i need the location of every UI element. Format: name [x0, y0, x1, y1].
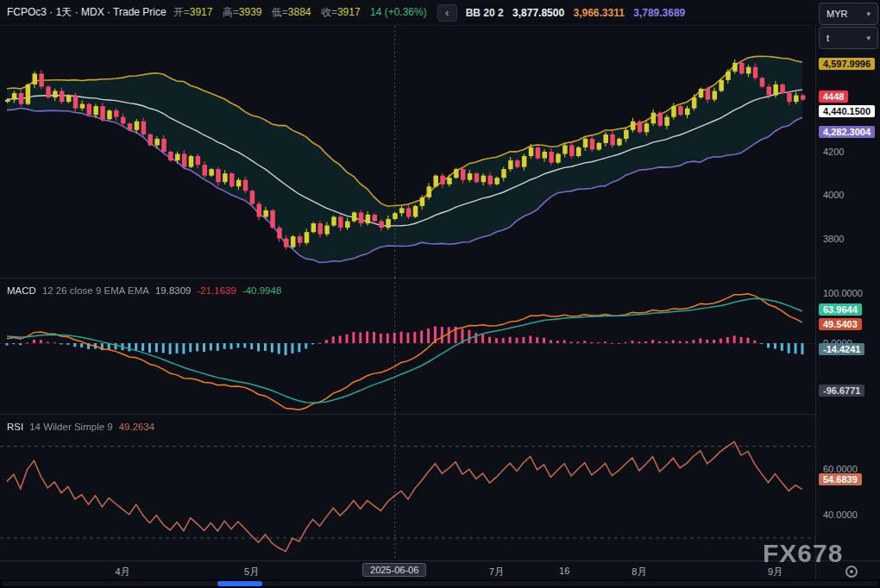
low-label: 低= [272, 6, 288, 18]
rsi-pane: RSI 14 Wilder Simple 9 49.2634 [0, 414, 815, 560]
horizontal-scrollbar [0, 579, 880, 588]
price-badge: 4,597.9996 [819, 58, 875, 70]
trading-chart-app: FCPOc3 · 1天 · MDX · Trade Price 开=3917 高… [0, 0, 880, 588]
macd-pane: MACD 12 26 close 9 EMA EMA 19.8309 -21.1… [0, 278, 815, 414]
rsi-legend: RSI 14 Wilder Simple 9 49.2634 [7, 422, 154, 432]
scrollbar-track[interactable] [2, 581, 878, 586]
rsi-params: 14 Wilder Simple 9 [29, 422, 113, 432]
price-axis-tick: 3800 [823, 234, 844, 244]
time-axis-label: 16 [559, 566, 569, 576]
watermark-circle-icon [845, 566, 858, 578]
collapse-legend-button[interactable]: ‹ [437, 4, 457, 22]
high-label: 高= [223, 6, 239, 18]
macd-legend: MACD 12 26 close 9 EMA EMA 19.8309 -21.1… [7, 285, 281, 296]
crosshair-date-badge: 2025-06-06 [362, 563, 426, 577]
chart-header: FCPOc3 · 1天 · MDX · Trade Price 开=3917 高… [0, 0, 880, 26]
bollinger-lower-value: 3,789.3689 [633, 7, 685, 19]
macd-axis-tick: 100.0000 [823, 288, 863, 298]
open-label: 开= [173, 6, 190, 18]
bollinger-label: BB 20 2 [466, 7, 504, 19]
low-value: 3884 [288, 6, 311, 18]
time-axis-label: 5月 [244, 566, 259, 579]
time-axis-label: 4月 [115, 566, 129, 579]
currency-select[interactable]: MYR ▾ [819, 3, 878, 25]
ohlc-readout: 开=3917 高=3939 低=3884 收=3917 14 (+0.36%) [167, 5, 427, 20]
bollinger-upper-value: 3,966.3311 [573, 7, 624, 19]
chevron-down-icon: ▾ [866, 34, 871, 42]
symbol-title: FCPOc3 · 1天 · MDX · Trade Price [7, 5, 167, 20]
macd-pane-canvas[interactable] [0, 278, 815, 414]
time-scale[interactable]: 4月5月2025-06-067月168月9月 [0, 560, 815, 579]
time-axis-label: 7月 [489, 566, 504, 579]
macd-badge: -14.4241 [819, 343, 864, 355]
bollinger-legend: BB 20 2 3,877.8500 3,966.3311 3,789.3689 [466, 7, 686, 19]
high-value: 3939 [239, 6, 262, 18]
price-badge: 4448 [819, 91, 848, 103]
currency-select-value: MYR [827, 9, 847, 19]
macd-badge: 63.9644 [819, 303, 862, 316]
rsi-axis-tick: 60.0000 [823, 464, 858, 474]
unit-select[interactable]: t ▾ [819, 27, 878, 49]
price-scale[interactable]: 420040003800100.00000.000060.000040.0000… [815, 26, 880, 560]
chevron-down-icon: ▾ [866, 9, 871, 18]
rsi-value: 49.2634 [119, 422, 155, 432]
change-readout: 14 (+0.36%) [370, 6, 427, 18]
macd-name: MACD [7, 285, 36, 296]
macd-hist-value: 19.8309 [155, 285, 192, 296]
close-value: 3917 [337, 6, 361, 18]
unit-select-value: t [827, 33, 829, 43]
open-value: 3917 [190, 6, 213, 18]
price-pane [0, 26, 815, 278]
price-badge: 4,282.3004 [819, 126, 875, 138]
close-label: 收= [321, 6, 337, 18]
rsi-name: RSI [7, 422, 23, 432]
macd-params: 12 26 close 9 EMA EMA [42, 285, 149, 296]
fx678-watermark: FX678 [763, 539, 843, 568]
price-axis-tick: 4200 [823, 147, 844, 157]
price-axis-tick: 4000 [823, 190, 844, 200]
rsi-pane-canvas[interactable] [0, 414, 815, 560]
macd-signal-value: -40.9948 [242, 285, 281, 296]
time-axis-label: 8月 [632, 566, 646, 579]
price-pane-canvas[interactable] [0, 26, 815, 278]
rsi-badge: 54.6839 [819, 473, 862, 485]
rsi-axis-tick: 40.0000 [823, 510, 858, 520]
macd-line-value: -21.1639 [197, 285, 236, 296]
bollinger-basis-value: 3,877.8500 [512, 7, 564, 19]
price-badge: 4,440.1500 [819, 105, 875, 117]
macd-badge: 49.5403 [819, 318, 862, 330]
scrollbar-thumb[interactable] [217, 581, 262, 586]
macd-badge: -96.6771 [819, 385, 864, 397]
